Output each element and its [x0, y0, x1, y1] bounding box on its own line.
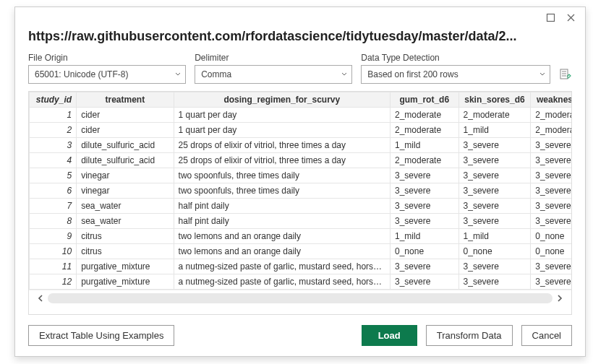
- cell-weak: 3_severe: [531, 214, 572, 229]
- cell-study_id: 2: [30, 123, 77, 138]
- cell-study_id: 11: [30, 259, 77, 274]
- cell-treatment: cider: [77, 108, 174, 123]
- close-icon[interactable]: [566, 13, 576, 23]
- schema-settings-icon[interactable]: [559, 68, 572, 84]
- scroll-right-icon[interactable]: [553, 294, 567, 303]
- delimiter-combo[interactable]: Comma: [195, 65, 352, 84]
- data-type-detection-combo[interactable]: Based on first 200 rows: [361, 65, 550, 84]
- cell-gum: 1_mild: [391, 229, 459, 244]
- cell-gum: 2_moderate: [391, 123, 459, 138]
- table-row[interactable]: 3dilute_sulfuric_acid25 drops of elixir …: [30, 138, 573, 153]
- cell-weak: 2_moderate: [531, 123, 572, 138]
- cell-treatment: purgative_mixture: [77, 259, 174, 274]
- cell-skin: 3_severe: [458, 138, 531, 153]
- chevron-down-icon: [341, 72, 347, 77]
- cell-treatment: dilute_sulfuric_acid: [77, 153, 174, 168]
- cell-gum: 2_moderate: [391, 108, 459, 123]
- cell-study_id: 12: [30, 274, 77, 290]
- col-header[interactable]: gum_rot_d6: [391, 92, 459, 108]
- cell-study_id: 3: [30, 138, 77, 153]
- scroll-track[interactable]: [48, 293, 553, 303]
- header-row: study_id treatment dosing_regimen_for_sc…: [30, 92, 573, 108]
- cell-study_id: 7: [30, 199, 77, 214]
- table-row[interactable]: 8sea_waterhalf pint daily3_severe3_sever…: [30, 214, 573, 229]
- cell-treatment: vinegar: [77, 183, 174, 199]
- col-header[interactable]: dosing_regimen_for_scurvy: [174, 92, 390, 108]
- cell-weak: 3_severe: [531, 183, 572, 199]
- cell-skin: 3_severe: [458, 199, 531, 214]
- table-row[interactable]: 11purgative_mixturea nutmeg-sized paste …: [30, 259, 573, 274]
- cell-skin: 2_moderate: [458, 108, 531, 123]
- table-row[interactable]: 1cider1 quart per day2_moderate2_moderat…: [30, 108, 573, 123]
- footer: Extract Table Using Examples Load Transf…: [15, 315, 585, 356]
- cell-gum: 2_moderate: [391, 153, 459, 168]
- cell-skin: 3_severe: [458, 183, 531, 199]
- load-button[interactable]: Load: [362, 325, 417, 346]
- table-row[interactable]: 9citrustwo lemons and an orange daily1_m…: [30, 229, 573, 244]
- table-row[interactable]: 4dilute_sulfuric_acid25 drops of elixir …: [30, 153, 573, 168]
- cell-skin: 3_severe: [458, 259, 531, 274]
- preview-grid: study_id treatment dosing_regimen_for_sc…: [28, 91, 572, 315]
- table-row[interactable]: 12purgative_mixturea nutmeg-sized paste …: [30, 274, 573, 290]
- cell-dosing: a nutmeg-sized paste of garlic, mustard …: [174, 274, 390, 290]
- horizontal-scrollbar[interactable]: [29, 290, 571, 306]
- cell-skin: 3_severe: [458, 168, 531, 183]
- cell-skin: 3_severe: [458, 153, 531, 168]
- cell-treatment: purgative_mixture: [77, 274, 174, 290]
- col-header[interactable]: study_id: [30, 92, 77, 108]
- cell-gum: 3_severe: [391, 183, 459, 199]
- cell-treatment: cider: [77, 123, 174, 138]
- file-origin-value: 65001: Unicode (UTF-8): [35, 69, 128, 79]
- config-row: File Origin 65001: Unicode (UTF-8) Delim…: [15, 53, 585, 91]
- table-row[interactable]: 6vinegartwo spoonfuls, three times daily…: [30, 183, 573, 199]
- csv-preview-dialog: https://raw.githubusercontent.com/rforda…: [14, 6, 586, 357]
- col-header[interactable]: treatment: [77, 92, 174, 108]
- cell-weak: 0_none: [531, 244, 572, 259]
- titlebar: [15, 7, 585, 23]
- cell-study_id: 1: [30, 108, 77, 123]
- table-row[interactable]: 5vinegartwo spoonfuls, three times daily…: [30, 168, 573, 183]
- cell-study_id: 5: [30, 168, 77, 183]
- cell-dosing: two lemons and an orange daily: [174, 229, 390, 244]
- cell-gum: 1_mild: [391, 138, 459, 153]
- cell-skin: 0_none: [458, 244, 531, 259]
- transform-data-button[interactable]: Transform Data: [426, 325, 513, 346]
- scroll-left-icon[interactable]: [33, 294, 48, 303]
- cell-dosing: 25 drops of elixir of vitriol, three tim…: [174, 153, 390, 168]
- cell-study_id: 9: [30, 229, 77, 244]
- cell-weak: 3_severe: [531, 153, 572, 168]
- cell-weak: 3_severe: [531, 138, 572, 153]
- cell-weak: 3_severe: [531, 199, 572, 214]
- data-type-detection-label: Data Type Detection: [361, 53, 550, 63]
- cell-study_id: 8: [30, 214, 77, 229]
- cell-study_id: 6: [30, 183, 77, 199]
- cell-treatment: sea_water: [77, 199, 174, 214]
- cell-dosing: half pint daily: [174, 199, 390, 214]
- table-row[interactable]: 2cider1 quart per day2_moderate1_mild2_m…: [30, 123, 573, 138]
- extract-table-button[interactable]: Extract Table Using Examples: [28, 325, 174, 346]
- cell-treatment: vinegar: [77, 168, 174, 183]
- cell-study_id: 4: [30, 153, 77, 168]
- delimiter-label: Delimiter: [195, 53, 352, 63]
- col-header[interactable]: weakness_of_the: [531, 92, 572, 108]
- chevron-down-icon: [539, 72, 545, 77]
- delimiter-value: Comma: [201, 69, 231, 79]
- cell-gum: 3_severe: [391, 274, 459, 290]
- cell-dosing: a nutmeg-sized paste of garlic, mustard …: [174, 259, 390, 274]
- cell-gum: 3_severe: [391, 168, 459, 183]
- cell-dosing: two spoonfuls, three times daily: [174, 168, 390, 183]
- file-origin-combo[interactable]: 65001: Unicode (UTF-8): [28, 65, 186, 84]
- maximize-icon[interactable]: [546, 13, 556, 23]
- source-url-title: https://raw.githubusercontent.com/rforda…: [28, 29, 563, 44]
- cell-weak: 3_severe: [531, 274, 572, 290]
- cell-dosing: two lemons and an orange daily: [174, 244, 390, 259]
- data-type-detection-value: Based on first 200 rows: [367, 69, 458, 79]
- cell-skin: 1_mild: [458, 229, 531, 244]
- cell-dosing: half pint daily: [174, 214, 390, 229]
- col-header[interactable]: skin_sores_d6: [458, 92, 531, 108]
- table-row[interactable]: 7sea_waterhalf pint daily3_severe3_sever…: [30, 199, 573, 214]
- cancel-button[interactable]: Cancel: [521, 325, 572, 346]
- table-row[interactable]: 10citrustwo lemons and an orange daily0_…: [30, 244, 573, 259]
- chevron-down-icon: [175, 72, 181, 77]
- cell-treatment: citrus: [77, 229, 174, 244]
